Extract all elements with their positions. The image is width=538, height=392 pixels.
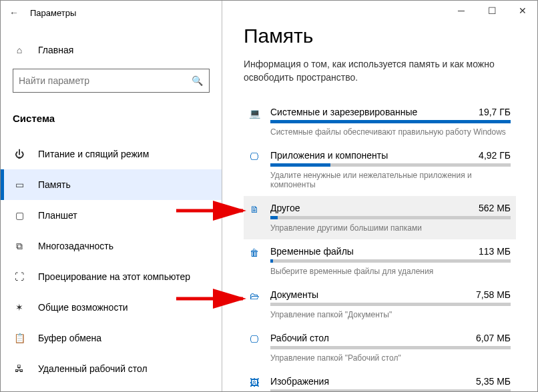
nav-home[interactable]: ⌂ Главная bbox=[1, 39, 222, 61]
home-icon: ⌂ bbox=[13, 45, 26, 55]
page-subtitle: Информация о том, как используется памят… bbox=[244, 58, 516, 84]
storage-bar bbox=[270, 216, 511, 219]
nav-item-4[interactable]: ⛶Проецирование на этот компьютер bbox=[1, 261, 222, 292]
storage-desc: Управление другими большими папками bbox=[270, 223, 511, 233]
storage-bar bbox=[270, 163, 511, 167]
storage-size: 5,35 МБ bbox=[476, 376, 511, 387]
nav-item-label: Общие возможности bbox=[38, 302, 128, 313]
nav-item-label: Планшет bbox=[38, 210, 77, 221]
image-icon: 🖼 bbox=[245, 376, 264, 391]
storage-name: Временные файлы bbox=[270, 246, 354, 257]
trash-icon: 🗑 bbox=[245, 246, 264, 276]
storage-name: Рабочий стол bbox=[270, 333, 329, 343]
storage-size: 4,92 ГБ bbox=[479, 150, 511, 161]
nav-item-2[interactable]: ▢Планшет bbox=[1, 200, 222, 231]
storage-item-6[interactable]: 🖼Изображения5,35 МБ bbox=[244, 369, 516, 391]
storage-desc: Удалите ненужные или нежелательные прило… bbox=[270, 171, 511, 189]
storage-bar bbox=[270, 120, 511, 123]
nav-item-label: Буфер обмена bbox=[38, 333, 101, 343]
multitask-icon: ⧉ bbox=[13, 241, 26, 252]
nav-list: ⏻Питание и спящий режим▭Память▢Планшет⧉М… bbox=[1, 129, 222, 391]
storage-name: Другое bbox=[270, 203, 300, 213]
home-label: Главная bbox=[38, 45, 73, 55]
storage-item-0[interactable]: 💻Системные и зарезервированные19,7 ГБСис… bbox=[244, 100, 516, 143]
folder-icon: 🗁 bbox=[245, 289, 264, 319]
laptop-icon: 💻 bbox=[245, 107, 264, 137]
tablet-icon: ▢ bbox=[13, 210, 26, 221]
nav-item-3[interactable]: ⧉Многозадачность bbox=[1, 231, 222, 261]
storage-name: Документы bbox=[270, 289, 318, 300]
storage-item-5[interactable]: 🖵Рабочий стол6,07 МБУправление папкой "Р… bbox=[244, 326, 516, 369]
shared-icon: ✶ bbox=[13, 302, 26, 313]
storage-item-3[interactable]: 🗑Временные файлы113 МБВыберите временные… bbox=[244, 239, 516, 283]
storage-list: 💻Системные и зарезервированные19,7 ГБСис… bbox=[244, 100, 516, 391]
storage-bar bbox=[270, 389, 511, 391]
nav-item-5[interactable]: ✶Общие возможности bbox=[1, 292, 222, 323]
nav-item-label: Многозадачность bbox=[38, 241, 113, 251]
storage-desc: Управление папкой "Документы" bbox=[270, 310, 511, 319]
back-button[interactable]: ← bbox=[6, 7, 22, 18]
storage-name: Системные и зарезервированные bbox=[270, 107, 417, 117]
storage-name: Изображения bbox=[270, 376, 329, 387]
storage-desc: Управление папкой "Рабочий стол" bbox=[270, 353, 511, 363]
search-icon: 🔍 bbox=[190, 75, 204, 86]
nav-item-label: Память bbox=[38, 179, 71, 190]
clipboard-icon: 📋 bbox=[13, 333, 26, 343]
nav-item-7[interactable]: 🖧Удаленный рабочий стол bbox=[1, 353, 222, 384]
storage-bar bbox=[270, 259, 511, 263]
nav-item-label: Питание и спящий режим bbox=[38, 149, 149, 159]
window-controls: ─ ☐ ✕ bbox=[446, 0, 538, 21]
storage-item-4[interactable]: 🗁Документы7,58 МБУправление папкой "Доку… bbox=[244, 283, 516, 326]
search-container[interactable]: 🔍 bbox=[13, 69, 210, 93]
nav-item-1[interactable]: ▭Память bbox=[1, 169, 222, 200]
desktop-icon: 🖵 bbox=[245, 333, 264, 363]
storage-size: 562 МБ bbox=[479, 203, 511, 213]
storage-desc: Системные файлы обеспечивают правильную … bbox=[270, 127, 511, 137]
storage-size: 19,7 ГБ bbox=[479, 107, 511, 117]
storage-item-2[interactable]: 🗎Другое562 МБУправление другими большими… bbox=[244, 196, 516, 239]
storage-name: Приложения и компоненты bbox=[270, 150, 388, 161]
minimize-button[interactable]: ─ bbox=[446, 0, 477, 21]
power-icon: ⏻ bbox=[13, 149, 26, 159]
storage-size: 113 МБ bbox=[479, 246, 511, 257]
other-icon: 🗎 bbox=[245, 203, 264, 233]
storage-item-1[interactable]: 🖵Приложения и компоненты4,92 ГБУдалите н… bbox=[244, 143, 516, 196]
storage-size: 7,58 МБ bbox=[476, 289, 511, 300]
storage-desc: Выберите временные файлы для удаления bbox=[270, 267, 511, 276]
monitor-icon: 🖵 bbox=[245, 150, 264, 189]
storage-bar bbox=[270, 346, 511, 349]
projecting-icon: ⛶ bbox=[13, 271, 26, 282]
storage-bar bbox=[270, 303, 511, 306]
nav-item-6[interactable]: 📋Буфер обмена bbox=[1, 323, 222, 353]
nav-item-label: Проецирование на этот компьютер bbox=[38, 271, 190, 282]
maximize-button[interactable]: ☐ bbox=[477, 0, 507, 21]
storage-size: 6,07 МБ bbox=[476, 333, 511, 343]
close-button[interactable]: ✕ bbox=[507, 0, 538, 21]
section-heading: Система bbox=[13, 113, 210, 124]
remote-icon: 🖧 bbox=[13, 363, 26, 374]
nav-item-0[interactable]: ⏻Питание и спящий режим bbox=[1, 139, 222, 169]
nav-item-label: Удаленный рабочий стол bbox=[38, 363, 148, 374]
search-input[interactable] bbox=[19, 75, 190, 86]
window-title: Параметры bbox=[30, 8, 76, 18]
storage-icon: ▭ bbox=[13, 179, 26, 190]
page-heading: Память bbox=[244, 25, 516, 47]
